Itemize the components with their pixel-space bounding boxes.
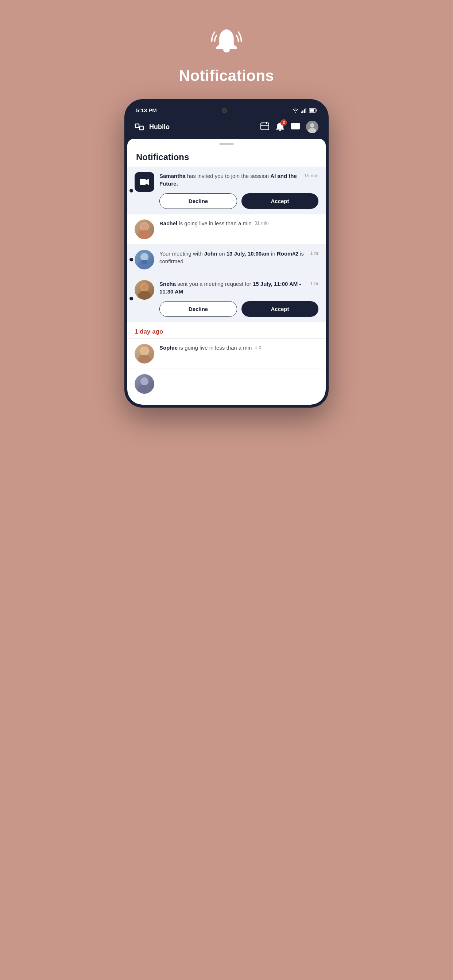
- avatar-6: [135, 374, 154, 394]
- handle-bar: [219, 143, 234, 145]
- notification-content-3: Your meeting with John on 13 July, 10:00…: [160, 250, 318, 267]
- notification-content-5: Sophie is going live in less than a min …: [160, 344, 318, 353]
- notification-text-1: Samantha has invited you to join the ses…: [160, 172, 301, 188]
- svg-rect-0: [301, 111, 302, 113]
- svg-point-19: [138, 230, 151, 239]
- video-icon: [139, 177, 150, 187]
- wifi-icon: [292, 108, 299, 113]
- avatar-john: [135, 250, 154, 269]
- svg-point-31: [138, 385, 151, 394]
- notification-text-3: Your meeting with John on 13 July, 10:00…: [160, 250, 308, 265]
- svg-point-30: [140, 377, 148, 385]
- avatar-sneha: [135, 280, 154, 300]
- decline-button-4[interactable]: Decline: [160, 301, 237, 317]
- svg-rect-3: [305, 108, 306, 113]
- status-time: 5:13 PM: [136, 107, 157, 113]
- hero-section: Notifications: [172, 14, 282, 99]
- notification-item: Sneha sent you a meeting request for 15 …: [127, 275, 326, 322]
- svg-point-28: [138, 355, 151, 363]
- notification-avatar-rachel: [135, 220, 154, 239]
- notification-text-6: [160, 374, 161, 382]
- notification-avatar-john: [135, 250, 154, 269]
- svg-marker-17: [146, 179, 149, 185]
- svg-rect-16: [140, 179, 146, 185]
- unread-indicator: [129, 189, 133, 192]
- user-avatar-nav[interactable]: [306, 121, 318, 133]
- hero-title: Notifications: [179, 67, 274, 84]
- notification-content-1: Samantha has invited you to join the ses…: [160, 172, 318, 209]
- hubilo-logo-icon: [135, 121, 146, 133]
- notification-content-4: Sneha sent you a meeting request for 15 …: [160, 280, 318, 317]
- svg-rect-5: [309, 109, 314, 111]
- app-logo[interactable]: Hubilo: [135, 121, 170, 133]
- notification-item: Your meeting with John on 13 July, 10:00…: [127, 244, 326, 275]
- notification-content-2: Rachel is going live in less than a min …: [160, 220, 318, 229]
- section-label-1day: 1 day ago: [127, 322, 326, 338]
- notification-text-2: Rachel is going live in less than a min: [160, 220, 252, 227]
- status-bar: 5:13 PM: [127, 102, 326, 116]
- mail-button[interactable]: [291, 121, 300, 132]
- svg-point-20: [141, 223, 148, 231]
- notification-timestamp-2: 31 min: [255, 220, 269, 226]
- sheet-handle: [127, 139, 326, 146]
- notification-item: Rachel is going live in less than a min …: [127, 214, 326, 244]
- notification-avatar-sophie: [135, 344, 154, 363]
- status-icons: [292, 108, 317, 113]
- svg-rect-8: [261, 123, 269, 130]
- svg-rect-6: [135, 124, 139, 127]
- svg-rect-1: [302, 110, 303, 113]
- notification-timestamp-3: 1 hr: [310, 250, 318, 256]
- notification-timestamp-1: 15 min: [304, 172, 318, 178]
- svg-point-25: [138, 291, 151, 300]
- calendar-button[interactable]: [260, 121, 270, 132]
- signal-icon: [301, 108, 307, 113]
- notification-item: Sophie is going live in less than a min …: [127, 338, 326, 369]
- notification-content-6: [160, 374, 318, 383]
- notification-text-4: Sneha sent you a meeting request for 15 …: [160, 280, 308, 295]
- svg-point-14: [310, 123, 314, 127]
- battery-icon: [309, 108, 317, 113]
- notification-avatar-video: [135, 172, 154, 192]
- svg-point-29: [141, 347, 148, 355]
- notifications-button[interactable]: 2: [275, 121, 285, 132]
- notification-avatar-sneha: [135, 280, 154, 300]
- accept-button-4[interactable]: Accept: [241, 301, 318, 317]
- content-sheet: Notifications Samantha has invited you t…: [127, 139, 326, 405]
- notification-avatar-6: [135, 374, 154, 394]
- camera-dot: [222, 108, 227, 113]
- unread-indicator: [129, 297, 133, 301]
- nav-icons: 2: [260, 121, 318, 133]
- notification-item: [127, 369, 326, 405]
- svg-point-26: [141, 284, 148, 291]
- notification-text-5: Sophie is going live in less than a min: [160, 344, 252, 352]
- phone-frame: 5:13 PM: [124, 99, 329, 407]
- svg-rect-23: [142, 260, 147, 264]
- decline-button-1[interactable]: Decline: [160, 193, 237, 209]
- avatar-sophie: [135, 344, 154, 363]
- notifications-panel-header: Notifications: [127, 146, 326, 167]
- app-name: Hubilo: [149, 123, 170, 131]
- svg-rect-2: [304, 110, 305, 113]
- notification-badge: 2: [281, 119, 287, 126]
- svg-point-21: [140, 253, 148, 261]
- notification-timestamp-5: 1 d: [255, 344, 261, 350]
- notification-actions-1: Decline Accept: [160, 193, 318, 209]
- notification-item: Samantha has invited you to join the ses…: [127, 167, 326, 214]
- accept-button-1[interactable]: Accept: [241, 193, 318, 209]
- notification-timestamp-4: 1 hr: [310, 280, 318, 286]
- unread-indicator: [129, 258, 133, 261]
- notification-actions-4: Decline Accept: [160, 301, 318, 317]
- bell-icon: [210, 25, 243, 60]
- svg-rect-7: [140, 126, 144, 130]
- avatar-rachel: [135, 220, 154, 239]
- app-navbar: Hubilo 2: [127, 116, 326, 139]
